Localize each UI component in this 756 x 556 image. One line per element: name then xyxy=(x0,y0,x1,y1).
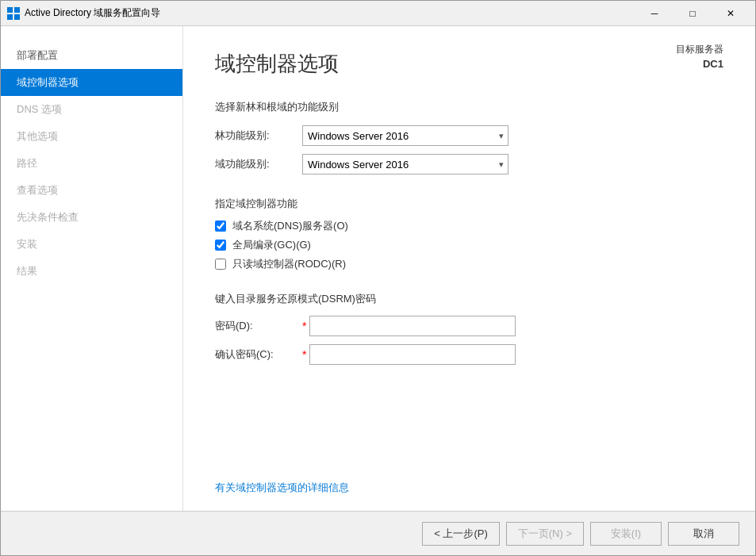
dns-label[interactable]: 域名系统(DNS)服务器(O) xyxy=(232,219,348,233)
title-bar: Active Directory 域服务配置向导 ─ □ ✕ xyxy=(1,1,755,26)
forest-level-select-wrapper: Windows Server 2016 xyxy=(302,125,508,146)
back-button[interactable]: < 上一步(P) xyxy=(422,522,500,546)
sidebar-item-dc-options[interactable]: 域控制器选项 xyxy=(1,69,182,96)
domain-level-select-wrapper: Windows Server 2016 xyxy=(302,154,508,174)
more-info-link[interactable]: 有关域控制器选项的详细信息 xyxy=(215,465,723,495)
gc-label[interactable]: 全局编录(GC)(G) xyxy=(232,238,311,252)
password-input[interactable] xyxy=(309,316,516,336)
dns-checkbox-row: 域名系统(DNS)服务器(O) xyxy=(215,219,723,233)
content-area: 部署配置 域控制器选项 DNS 选项 其他选项 路径 查看选项 先决条件检查 安… xyxy=(1,26,755,511)
sidebar-item-other-options: 其他选项 xyxy=(1,123,182,150)
dns-checkbox[interactable] xyxy=(215,220,226,232)
install-button[interactable]: 安装(I) xyxy=(590,522,662,546)
maximize-button[interactable]: □ xyxy=(674,2,711,25)
sidebar-item-dns-options: DNS 选项 xyxy=(1,96,182,123)
rodc-label[interactable]: 只读域控制器(RODC)(R) xyxy=(232,257,346,271)
target-server-info: 目标服务器 DC1 xyxy=(676,42,723,72)
target-server-label: 目标服务器 xyxy=(676,42,723,56)
confirm-password-label: 确认密码(C): xyxy=(215,347,302,362)
next-button[interactable]: 下一页(N) > xyxy=(506,522,584,546)
sidebar-item-path: 路径 xyxy=(1,150,182,177)
forest-level-row: 林功能级别: Windows Server 2016 xyxy=(215,125,723,146)
sidebar: 部署配置 域控制器选项 DNS 选项 其他选项 路径 查看选项 先决条件检查 安… xyxy=(1,26,183,511)
svg-rect-3 xyxy=(14,14,20,20)
minimize-button[interactable]: ─ xyxy=(636,2,673,25)
sidebar-item-install: 安装 xyxy=(1,231,182,258)
forest-level-select[interactable]: Windows Server 2016 xyxy=(302,125,508,146)
domain-level-select[interactable]: Windows Server 2016 xyxy=(302,154,508,174)
rodc-checkbox-row: 只读域控制器(RODC)(R) xyxy=(215,257,723,271)
footer: < 上一步(P) 下一页(N) > 安装(I) 取消 xyxy=(1,511,755,555)
svg-rect-1 xyxy=(14,7,20,13)
password-required-star: * xyxy=(302,320,306,332)
sidebar-item-review: 查看选项 xyxy=(1,177,182,204)
svg-rect-0 xyxy=(7,7,13,13)
main-window: Active Directory 域服务配置向导 ─ □ ✕ 部署配置 域控制器… xyxy=(0,0,756,556)
cancel-button[interactable]: 取消 xyxy=(668,522,739,546)
confirm-password-row: 确认密码(C): * xyxy=(215,344,723,365)
forest-level-label: 林功能级别: xyxy=(215,128,302,143)
svg-rect-2 xyxy=(7,14,13,20)
app-icon xyxy=(7,7,20,20)
gc-checkbox-row: 全局编录(GC)(G) xyxy=(215,238,723,252)
window-controls: ─ □ ✕ xyxy=(636,2,749,25)
domain-level-row: 域功能级别: Windows Server 2016 xyxy=(215,154,723,174)
main-content: 目标服务器 DC1 域控制器选项 选择新林和根域的功能级别 林功能级别: Win… xyxy=(183,26,755,511)
password-label: 密码(D): xyxy=(215,319,302,333)
target-server-value: DC1 xyxy=(676,56,723,72)
dc-functions-title: 指定域控制器功能 xyxy=(215,197,723,211)
domain-level-label: 域功能级别: xyxy=(215,157,302,171)
sidebar-item-prereq: 先决条件检查 xyxy=(1,204,182,231)
rodc-checkbox[interactable] xyxy=(215,259,226,270)
gc-checkbox[interactable] xyxy=(215,240,226,251)
sidebar-item-deployment[interactable]: 部署配置 xyxy=(1,42,182,69)
close-button[interactable]: ✕ xyxy=(712,2,749,25)
dsrm-section: 键入目录服务还原模式(DSRM)密码 密码(D): * 确认密码(C): * xyxy=(215,292,723,373)
page-title: 域控制器选项 xyxy=(215,50,723,78)
dsrm-title: 键入目录服务还原模式(DSRM)密码 xyxy=(215,292,723,306)
window-title: Active Directory 域服务配置向导 xyxy=(25,6,636,20)
sidebar-item-results: 结果 xyxy=(1,258,182,285)
password-row: 密码(D): * xyxy=(215,316,723,336)
confirm-password-input[interactable] xyxy=(309,344,516,365)
section-label: 选择新林和根域的功能级别 xyxy=(215,100,723,114)
confirm-required-star: * xyxy=(302,348,306,361)
